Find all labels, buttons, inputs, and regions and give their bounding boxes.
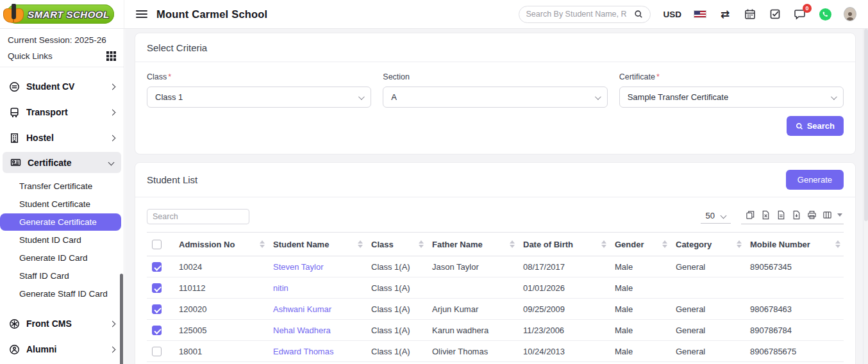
user-avatar[interactable] — [844, 8, 856, 21]
sidebar-item-alumni[interactable]: Alumni — [0, 336, 124, 362]
cell-student-name: Nehal Wadhera — [268, 320, 366, 341]
column-header-mobile-number[interactable]: Mobile Number — [745, 233, 844, 256]
messages-icon[interactable]: 0 — [794, 8, 806, 21]
cell-category: General — [671, 320, 745, 341]
excel-icon[interactable] — [758, 208, 773, 221]
columns-icon[interactable] — [819, 208, 835, 221]
copy-icon[interactable] — [742, 208, 758, 221]
app-logo[interactable]: SMART SCHOOL — [0, 0, 124, 28]
student-name-link[interactable]: Ashwani Kumar — [273, 304, 331, 314]
row-checkbox[interactable] — [152, 304, 162, 314]
quick-links-grid-icon[interactable] — [106, 51, 116, 61]
page-size-select[interactable]: 50 — [701, 210, 731, 224]
cell-admission-no: 18001 — [174, 341, 268, 362]
submenu-item-generate-id-card[interactable]: Generate ID Card — [0, 249, 121, 267]
student-name-link[interactable]: Nehal Wadhera — [273, 326, 331, 335]
select-criteria-card: Select Criteria Class*Class 1SectionACer… — [135, 33, 856, 154]
tasks-icon[interactable] — [769, 8, 781, 21]
currency-selector[interactable]: USD — [663, 10, 681, 19]
search-icon[interactable] — [633, 9, 644, 19]
cell-father-name: Olivier Thomas — [427, 341, 518, 362]
main-content: Select Criteria Class*Class 1SectionACer… — [125, 29, 868, 364]
export-toolbar — [741, 208, 844, 224]
sort-icon — [601, 240, 607, 248]
column-header-category[interactable]: Category — [671, 233, 745, 256]
table-search-input[interactable] — [147, 209, 249, 224]
sidebar-item-transport[interactable]: Transport — [0, 99, 124, 125]
certificate-icon — [10, 157, 21, 168]
generate-button[interactable]: Generate — [786, 170, 844, 190]
language-flag-icon[interactable] — [694, 10, 706, 18]
column-header-father-name[interactable]: Father Name — [427, 233, 518, 256]
row-checkbox[interactable] — [152, 347, 162, 356]
section-select[interactable]: A — [383, 87, 607, 108]
column-header-gender[interactable]: Gender — [610, 233, 671, 256]
header-actions: USD ⇄ 0 — [519, 6, 868, 23]
cell-admission-no: 125005 — [174, 320, 268, 341]
page-title: Mount Carmel School — [156, 8, 267, 21]
row-checkbox[interactable] — [152, 326, 162, 335]
submenu-item-staff-id-card[interactable]: Staff ID Card — [0, 267, 121, 285]
student-list-card: Student List Generate 50 — [135, 162, 856, 364]
calendar-icon[interactable] — [744, 8, 756, 21]
cell-father-name: Arjun Kumar — [427, 299, 518, 320]
submenu-item-generate-certificate[interactable]: Generate Certificate — [0, 213, 121, 231]
field-label: Class* — [147, 72, 371, 81]
cell-mobile-number: 890786784 — [745, 320, 844, 341]
pdf-icon[interactable] — [789, 208, 804, 221]
chevron-right-icon — [110, 109, 116, 115]
cell-class: Class 1(A) — [366, 299, 427, 320]
submenu-item-student-certificate[interactable]: Student Certificate — [0, 195, 121, 213]
cell-mobile-number: 980678463 — [745, 299, 844, 320]
cell-gender: Male — [610, 320, 671, 341]
cell-category: General — [671, 299, 745, 320]
row-checkbox[interactable] — [152, 283, 162, 293]
column-header-admission-no[interactable]: Admission No — [174, 233, 268, 256]
page-scrollbar[interactable] — [863, 29, 868, 364]
student-name-link[interactable]: nitin — [273, 283, 288, 293]
field-section: SectionA — [383, 72, 607, 108]
submenu-item-transfer-certificate[interactable]: Transfer Certificate — [0, 178, 121, 195]
sidebar-item-certificate[interactable]: Certificate — [3, 152, 121, 173]
chevron-down-icon — [595, 94, 601, 100]
hamburger-menu-icon[interactable] — [136, 10, 147, 18]
column-header-date-of-birth[interactable]: Date of Birth — [518, 233, 610, 256]
cell-student-name: Ashwani Kumar — [268, 299, 366, 320]
certificate-submenu: Transfer CertificateStudent CertificateG… — [0, 174, 124, 304]
sort-icon — [662, 240, 668, 248]
column-header-student-name[interactable]: Student Name — [268, 233, 366, 256]
quick-links-label: Quick Links — [8, 51, 53, 61]
student-table: Admission NoStudent NameClassFather Name… — [147, 232, 844, 364]
global-search — [519, 6, 651, 23]
certificate-select[interactable]: Sample Transfer Certificate — [619, 87, 844, 108]
sidebar: Current Session: 2025-26 Quick Links Stu… — [0, 29, 124, 364]
sidebar-item-hostel[interactable]: Hostel — [0, 125, 124, 151]
table-row: 18001Edward ThomasClass 1(A)Olivier Thom… — [147, 341, 844, 362]
student-name-link[interactable]: Edward Thomas — [273, 347, 333, 356]
class-select[interactable]: Class 1 — [147, 87, 371, 108]
select-all-checkbox[interactable] — [152, 240, 162, 249]
columns-caret-icon[interactable] — [837, 213, 842, 217]
transport-icon — [9, 107, 20, 118]
row-checkbox[interactable] — [152, 262, 162, 272]
sidebar-scrollbar[interactable] — [120, 274, 123, 364]
column-header-class[interactable]: Class — [366, 233, 427, 256]
cell-class: Class 1(A) — [366, 341, 427, 362]
chevron-down-icon — [358, 94, 365, 100]
exchange-icon[interactable]: ⇄ — [719, 8, 731, 21]
print-icon[interactable] — [804, 208, 819, 221]
submenu-item-generate-staff-id-card[interactable]: Generate Staff ID Card — [0, 285, 121, 302]
student-name-link[interactable]: Steven Taylor — [273, 262, 324, 272]
submenu-item-student-id-card[interactable]: Student ID Card — [0, 231, 121, 249]
cell-father-name — [427, 277, 518, 299]
cell-gender: Male — [610, 299, 671, 320]
search-button[interactable]: Search — [787, 116, 844, 136]
cell-student-name: nitin — [268, 277, 366, 299]
whatsapp-icon[interactable] — [819, 8, 831, 21]
sidebar-item-front-cms[interactable]: Front CMS — [0, 311, 124, 336]
top-header: SMART SCHOOL Mount Carmel School USD ⇄ 0 — [0, 0, 868, 29]
sidebar-item-student-cv[interactable]: Student CV — [0, 74, 124, 99]
cell-student-name: Steven Taylor — [268, 256, 366, 277]
global-search-input[interactable] — [526, 10, 633, 19]
csv-icon[interactable] — [773, 208, 789, 221]
